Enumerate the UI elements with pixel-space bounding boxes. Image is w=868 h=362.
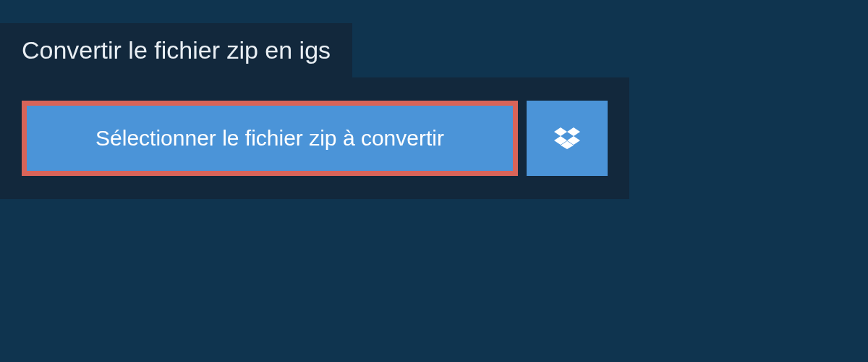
button-row: Sélectionner le fichier zip à convertir	[22, 101, 608, 176]
select-file-button[interactable]: Sélectionner le fichier zip à convertir	[22, 101, 518, 176]
select-file-label: Sélectionner le fichier zip à convertir	[95, 126, 444, 151]
header-tab: Convertir le fichier zip en igs	[0, 23, 352, 77]
upload-panel: Sélectionner le fichier zip à convertir	[0, 77, 629, 199]
page-title: Convertir le fichier zip en igs	[22, 36, 331, 64]
dropbox-icon	[554, 125, 580, 151]
dropbox-button[interactable]	[527, 101, 608, 176]
